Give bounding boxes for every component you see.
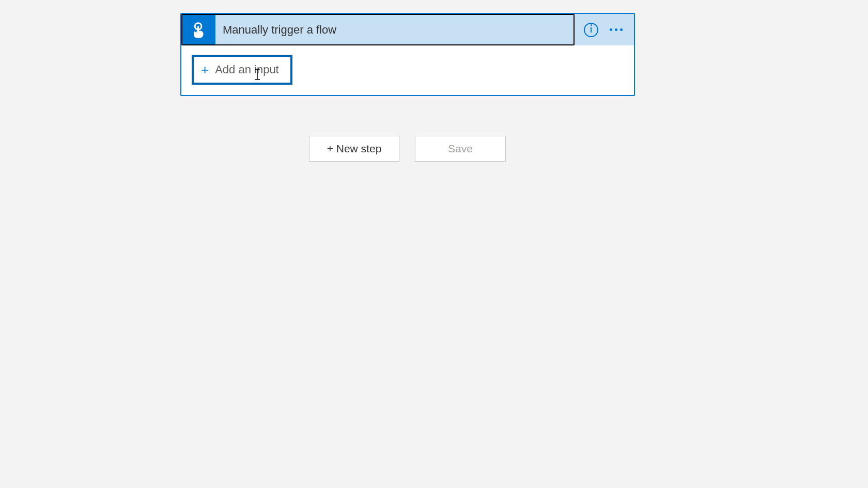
info-icon[interactable] xyxy=(584,23,598,37)
new-step-button[interactable]: + New step xyxy=(309,136,399,162)
add-input-button[interactable]: + Add an input xyxy=(192,55,292,85)
ellipsis-icon[interactable] xyxy=(610,28,623,31)
trigger-header-main[interactable]: Manually trigger a flow xyxy=(181,14,575,45)
add-input-label: Add an input xyxy=(215,63,279,76)
trigger-icon-container xyxy=(182,15,215,44)
trigger-title: Manually trigger a flow xyxy=(215,23,336,37)
trigger-card: Manually trigger a flow + Add an input xyxy=(180,13,635,96)
trigger-body: + Add an input xyxy=(181,45,634,95)
action-buttons-row: + New step Save xyxy=(309,136,506,162)
plus-icon: + xyxy=(201,63,209,76)
touch-icon xyxy=(190,21,208,39)
trigger-header[interactable]: Manually trigger a flow xyxy=(181,14,634,45)
save-button: Save xyxy=(415,136,506,162)
trigger-header-actions xyxy=(575,14,634,45)
